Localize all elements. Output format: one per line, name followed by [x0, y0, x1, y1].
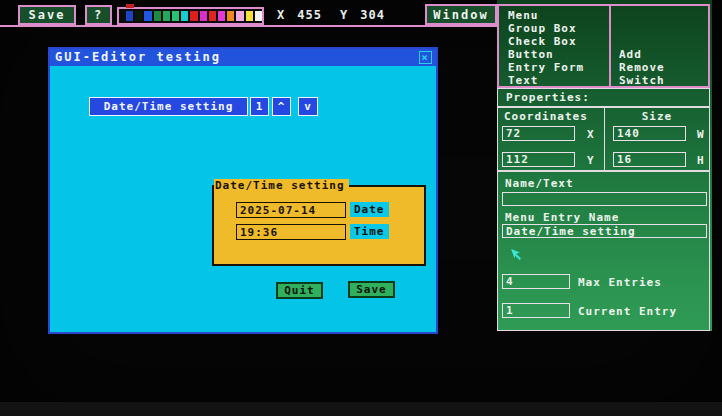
palette-swatch[interactable] [144, 11, 151, 21]
palette-swatch[interactable] [135, 11, 142, 21]
menu-widget-down-icon[interactable]: v [298, 97, 318, 116]
palette-swatch[interactable] [209, 11, 216, 21]
tool-group-box[interactable]: Group Box [508, 22, 609, 35]
dialog-save-button[interactable]: Save [348, 281, 395, 298]
time-field[interactable] [236, 224, 346, 240]
date-time-group-box: Date/Time setting Date Time [212, 185, 426, 266]
palette-swatch[interactable] [218, 11, 225, 21]
max-entries-field[interactable] [502, 274, 570, 289]
pointer-y-readout: Y 304 [340, 8, 385, 22]
palette-swatch[interactable] [181, 11, 188, 21]
gui-editor-window: GUI-Editor testing × Date/Time setting 1… [48, 47, 438, 334]
name-text-label: Name/Text [498, 172, 709, 190]
palette-swatch[interactable] [236, 11, 243, 21]
size-h-field[interactable] [613, 152, 686, 167]
palette-swatch[interactable] [227, 11, 234, 21]
save-button[interactable]: Save [18, 5, 76, 25]
toolbox: Menu Group Box Check Box Button Entry Fo… [497, 4, 710, 88]
tool-check-box[interactable]: Check Box [508, 35, 609, 48]
palette-swatch[interactable] [163, 11, 170, 21]
palette-swatch[interactable] [255, 11, 262, 21]
size-w-field[interactable] [613, 126, 686, 141]
properties-header: Properties: [497, 88, 710, 107]
toolbox-widget-list: Menu Group Box Check Box Button Entry Fo… [499, 6, 611, 86]
menu-entry-name-field[interactable] [502, 224, 707, 238]
size-group: Size W H [605, 108, 709, 170]
pointer-x-readout: X 455 [277, 8, 322, 22]
help-button[interactable]: ? [85, 5, 112, 25]
menu-entry-name-label: Menu Entry Name [505, 211, 619, 224]
size-w-label: W [697, 128, 705, 141]
pointer-y-label: Y [340, 8, 348, 22]
window-button[interactable]: Window [425, 4, 497, 25]
name-text-field[interactable] [502, 192, 707, 206]
current-entry-field[interactable] [502, 303, 570, 318]
pointer-x-value: 455 [297, 8, 322, 22]
palette-swatch[interactable] [246, 11, 253, 21]
tool-text[interactable]: Text [508, 74, 609, 87]
coordinate-x-field[interactable] [502, 126, 575, 141]
screen: Save ? X 455 Y 304 Window Menu Group Box… [0, 0, 722, 416]
details-box: Name/Text Menu Entry Name Max Entries Cu… [497, 171, 710, 331]
palette-swatch[interactable] [154, 11, 161, 21]
palette-swatch[interactable] [126, 11, 133, 21]
tool-button[interactable]: Button [508, 48, 609, 61]
current-entry-label: Current Entry [578, 305, 677, 318]
date-field[interactable] [236, 202, 346, 218]
coordinates-label: Coordinates [498, 108, 604, 123]
size-h-label: H [697, 154, 705, 167]
mouse-cursor-icon [509, 248, 523, 262]
menu-widget-up-icon[interactable]: ^ [272, 97, 291, 116]
toolbox-action-list: Add Remove Switch [611, 6, 708, 86]
pointer-x-label: X [277, 8, 285, 22]
date-label: Date [350, 202, 389, 217]
menu-widget-value[interactable]: 1 [250, 97, 269, 116]
tool-entry-form[interactable]: Entry Form [508, 61, 609, 74]
coordinates-group: Coordinates X Y [498, 108, 605, 170]
size-label: Size [605, 108, 709, 123]
screen-bezel [0, 402, 722, 416]
quit-button[interactable]: Quit [276, 282, 323, 299]
palette-selection-indicator [126, 4, 134, 8]
palette-swatch[interactable] [190, 11, 197, 21]
action-add[interactable]: Add [619, 48, 708, 61]
coordinate-y-label: Y [587, 154, 595, 167]
coordinate-x-label: X [587, 128, 595, 141]
window-close-icon[interactable]: × [419, 51, 432, 64]
coordinate-y-field[interactable] [502, 152, 575, 167]
editor-side-panel: Menu Group Box Check Box Button Entry Fo… [497, 0, 712, 331]
window-titlebar[interactable]: GUI-Editor testing × [50, 49, 436, 66]
properties-box: Coordinates X Y Size W H [497, 107, 710, 171]
topbar-divider [0, 25, 497, 27]
tool-menu[interactable]: Menu [508, 9, 609, 22]
max-entries-label: Max Entries [578, 276, 662, 289]
action-switch[interactable]: Switch [619, 74, 708, 87]
window-title: GUI-Editor testing [55, 50, 221, 64]
action-remove[interactable]: Remove [619, 61, 708, 74]
window-body: Date/Time setting 1 ^ v Date/Time settin… [50, 66, 436, 332]
date-time-group-title: Date/Time setting [214, 179, 349, 192]
menu-widget-label[interactable]: Date/Time setting [89, 97, 248, 116]
time-label: Time [350, 224, 389, 239]
palette-swatch[interactable] [200, 11, 207, 21]
color-palette[interactable] [117, 7, 264, 25]
palette-swatch[interactable] [172, 11, 179, 21]
pointer-y-value: 304 [360, 8, 385, 22]
